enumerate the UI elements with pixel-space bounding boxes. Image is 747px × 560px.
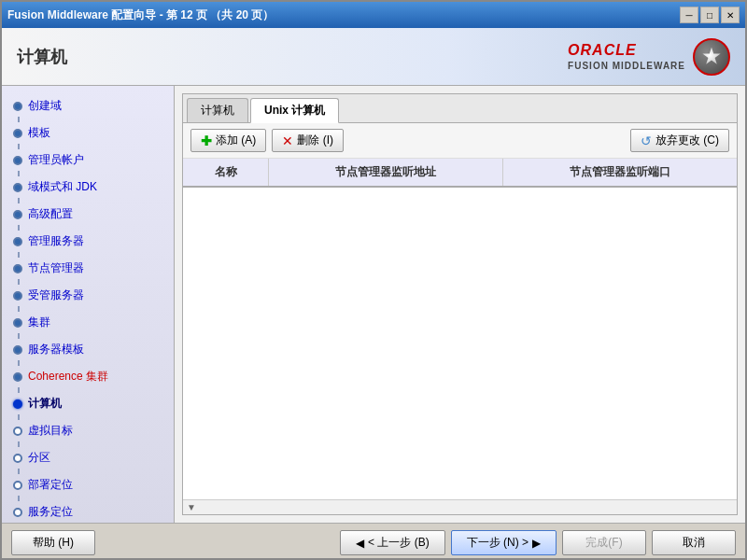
sidebar-item-cluster[interactable]: 集群 bbox=[2, 312, 174, 333]
sidebar-label-create-domain: 创建域 bbox=[28, 98, 62, 114]
add-icon: ✚ bbox=[201, 133, 212, 148]
tab-unix-machine[interactable]: Unix 计算机 bbox=[250, 98, 339, 123]
footer: 帮助 (H) ◀ < 上一步 (B) 下一步 (N) > ▶ 完成(F) 取消 bbox=[2, 523, 745, 560]
footer-right: ◀ < 上一步 (B) 下一步 (N) > ▶ 完成(F) 取消 bbox=[340, 530, 736, 555]
sidebar-label-template: 模板 bbox=[28, 125, 50, 141]
step-dot-coherence-cluster bbox=[13, 372, 22, 382]
close-button[interactable]: ✕ bbox=[721, 7, 740, 23]
sidebar-label-service-targeting: 服务定位 bbox=[28, 504, 73, 520]
maximize-button[interactable]: □ bbox=[700, 7, 719, 23]
step-dot-service-targeting bbox=[13, 508, 22, 517]
step-dot-template bbox=[13, 129, 22, 138]
scroll-arrow-icon: ▼ bbox=[187, 502, 196, 512]
main-layout: 创建域 模板 管理员帐户 域模式和 JDK 高级配置 管理服务器 bbox=[2, 86, 745, 523]
header: 计算机 ORACLE FUSION MIDDLEWARE bbox=[2, 28, 745, 86]
oracle-text: ORACLE bbox=[568, 42, 685, 59]
sidebar-label-managed-server: 受管服务器 bbox=[28, 287, 84, 303]
next-button[interactable]: 下一步 (N) > ▶ bbox=[451, 530, 557, 555]
sidebar-item-service-targeting[interactable]: 服务定位 bbox=[2, 501, 174, 523]
tab-machine[interactable]: 计算机 bbox=[187, 98, 248, 122]
footer-left: 帮助 (H) bbox=[11, 530, 95, 555]
step-dot-virtual-target bbox=[13, 427, 22, 436]
step-dot-node-manager bbox=[13, 264, 22, 273]
table-area: 名称 节点管理器监听地址 节点管理器监听端口 bbox=[183, 159, 737, 499]
step-dot-manage-server bbox=[13, 237, 22, 246]
sidebar-label-virtual-target: 虚拟目标 bbox=[28, 423, 73, 439]
col-listen-port: 节点管理器监听端口 bbox=[503, 159, 737, 187]
sidebar-label-machine: 计算机 bbox=[28, 396, 62, 412]
sidebar-item-admin-account[interactable]: 管理员帐户 bbox=[2, 149, 174, 171]
sidebar-item-domain-mode-jdk[interactable]: 域模式和 JDK bbox=[2, 176, 174, 198]
sidebar-label-advanced-config: 高级配置 bbox=[28, 206, 73, 222]
prev-button[interactable]: ◀ < 上一步 (B) bbox=[340, 530, 445, 555]
oracle-logo: ORACLE FUSION MIDDLEWARE bbox=[568, 38, 730, 76]
sidebar-item-deployment-targeting[interactable]: 部署定位 bbox=[2, 474, 174, 496]
sidebar-label-domain-mode-jdk: 域模式和 JDK bbox=[28, 179, 97, 195]
col-listen-address: 节点管理器监听地址 bbox=[269, 159, 503, 187]
sidebar-item-managed-server[interactable]: 受管服务器 bbox=[2, 285, 174, 306]
next-arrow: ▶ bbox=[532, 537, 541, 550]
sidebar-item-advanced-config[interactable]: 高级配置 bbox=[2, 203, 174, 225]
sidebar-item-virtual-target[interactable]: 虚拟目标 bbox=[2, 420, 174, 441]
sidebar-item-manage-server[interactable]: 管理服务器 bbox=[2, 231, 174, 252]
sidebar-label-cluster: 集群 bbox=[28, 315, 50, 330]
prev-arrow: ◀ bbox=[356, 537, 364, 550]
title-bar: Fusion Middleware 配置向导 - 第 12 页 （共 20 页）… bbox=[2, 2, 745, 28]
sidebar-label-admin-account: 管理员帐户 bbox=[28, 152, 84, 168]
sidebar-label-deployment-targeting: 部署定位 bbox=[28, 477, 73, 493]
step-dot-server-template bbox=[13, 345, 22, 355]
tab-bar: 计算机 Unix 计算机 bbox=[183, 94, 737, 123]
sidebar-item-server-template[interactable]: 服务器模板 bbox=[2, 339, 174, 360]
page-title: 计算机 bbox=[17, 46, 67, 68]
oracle-badge-star bbox=[702, 48, 721, 66]
minimize-button[interactable]: ─ bbox=[680, 7, 698, 23]
step-dot-advanced-config bbox=[13, 210, 22, 219]
window-title: Fusion Middleware 配置向导 - 第 12 页 （共 20 页） bbox=[7, 7, 274, 23]
sidebar: 创建域 模板 管理员帐户 域模式和 JDK 高级配置 管理服务器 bbox=[2, 86, 175, 523]
sidebar-item-coherence-cluster[interactable]: Coherence 集群 bbox=[2, 366, 174, 387]
delete-icon: ✕ bbox=[282, 133, 293, 148]
table-header-row: 名称 节点管理器监听地址 节点管理器监听端口 bbox=[183, 159, 737, 187]
oracle-subtitle: FUSION MIDDLEWARE bbox=[568, 61, 685, 71]
oracle-badge bbox=[693, 38, 730, 76]
discard-icon: ↺ bbox=[641, 133, 652, 148]
add-button[interactable]: ✚ 添加 (A) bbox=[190, 129, 266, 152]
sidebar-item-create-domain[interactable]: 创建域 bbox=[2, 95, 174, 117]
window-controls: ─ □ ✕ bbox=[680, 7, 740, 23]
sidebar-label-partition: 分区 bbox=[28, 450, 50, 466]
step-dot-managed-server bbox=[13, 291, 22, 301]
cancel-button[interactable]: 取消 bbox=[652, 530, 736, 555]
step-dot-deployment-targeting bbox=[13, 481, 22, 490]
content-panel: 计算机 Unix 计算机 ✚ 添加 (A) ✕ 删除 (I) ↺ bbox=[182, 93, 738, 515]
sidebar-label-node-manager: 节点管理器 bbox=[28, 260, 84, 276]
content-area: 计算机 Unix 计算机 ✚ 添加 (A) ✕ 删除 (I) ↺ bbox=[175, 86, 745, 523]
sidebar-label-server-template: 服务器模板 bbox=[28, 342, 84, 357]
sidebar-item-template[interactable]: 模板 bbox=[2, 122, 174, 144]
sidebar-item-partition[interactable]: 分区 bbox=[2, 447, 174, 469]
sidebar-item-node-manager[interactable]: 节点管理器 bbox=[2, 258, 174, 279]
finish-button[interactable]: 完成(F) bbox=[562, 530, 646, 555]
delete-button[interactable]: ✕ 删除 (I) bbox=[272, 129, 344, 152]
col-name: 名称 bbox=[183, 159, 269, 187]
step-dot-create-domain bbox=[13, 102, 22, 111]
toolbar: ✚ 添加 (A) ✕ 删除 (I) ↺ 放弃更改 (C) bbox=[183, 123, 737, 159]
step-dot-partition bbox=[13, 454, 22, 463]
step-dot-domain-mode-jdk bbox=[13, 183, 22, 192]
sidebar-item-machine[interactable]: 计算机 bbox=[2, 393, 174, 414]
step-dot-cluster bbox=[13, 318, 22, 328]
help-button[interactable]: 帮助 (H) bbox=[11, 530, 95, 555]
step-dot-machine bbox=[13, 399, 22, 409]
discard-button[interactable]: ↺ 放弃更改 (C) bbox=[630, 129, 729, 152]
sidebar-label-coherence-cluster: Coherence 集群 bbox=[28, 369, 108, 385]
sidebar-label-manage-server: 管理服务器 bbox=[28, 233, 84, 249]
machine-table: 名称 节点管理器监听地址 节点管理器监听端口 bbox=[183, 159, 737, 188]
scroll-indicator: ▼ bbox=[183, 499, 737, 514]
step-dot-admin-account bbox=[13, 156, 22, 165]
